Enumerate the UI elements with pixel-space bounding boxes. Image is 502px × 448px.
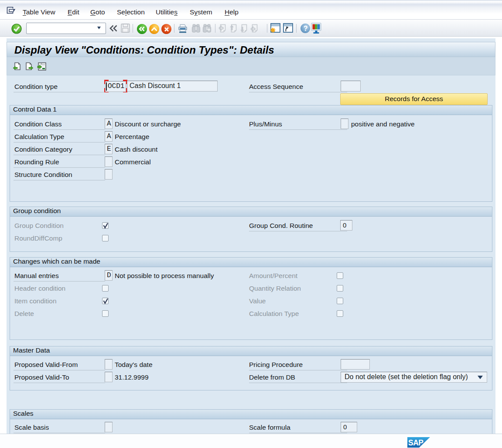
svg-text:SAP: SAP xyxy=(408,438,423,447)
svg-text:?: ? xyxy=(304,25,308,32)
